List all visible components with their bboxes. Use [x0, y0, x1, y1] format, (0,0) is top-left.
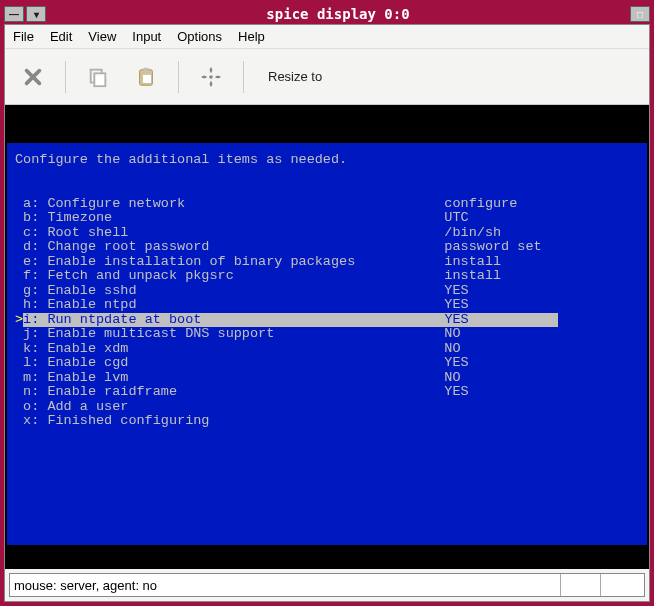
svg-rect-3	[143, 67, 149, 71]
menu-item[interactable]: x: Finished configuring	[15, 414, 639, 429]
titlebar[interactable]: — ▾ spice display 0:0 □	[4, 4, 650, 24]
toolbar: Resize to	[5, 49, 649, 105]
fit-button[interactable]	[191, 57, 231, 97]
selection-arrow-icon: >	[15, 313, 23, 328]
menu-item[interactable]: c: Root shell /bin/sh	[15, 226, 639, 241]
menu-item-selected[interactable]: >i: Run ntpdate at boot YES	[15, 313, 639, 328]
menu-item[interactable]: f: Fetch and unpack pkgsrc install	[15, 269, 639, 284]
minimize-button[interactable]: ▾	[26, 6, 46, 22]
menu-item[interactable]: m: Enable lvm NO	[15, 371, 639, 386]
menu-item[interactable]: a: Configure network configure	[15, 197, 639, 212]
menu-item[interactable]: h: Enable ntpd YES	[15, 298, 639, 313]
paste-button[interactable]	[126, 57, 166, 97]
svg-point-5	[209, 75, 213, 79]
status-text: mouse: server, agent: no	[14, 578, 560, 593]
sysmenu-button[interactable]: —	[4, 6, 24, 22]
menu-file[interactable]: File	[13, 29, 34, 44]
menu-item[interactable]: g: Enable sshd YES	[15, 284, 639, 299]
window-title: spice display 0:0	[48, 6, 628, 22]
toolbar-separator	[65, 61, 66, 93]
svg-rect-1	[94, 73, 105, 86]
paste-icon	[135, 66, 157, 88]
maximize-button[interactable]: □	[630, 6, 650, 22]
svg-rect-4	[142, 74, 151, 83]
display-area[interactable]: Configure the additional items as needed…	[5, 105, 649, 569]
menu-item[interactable]: e: Enable installation of binary package…	[15, 255, 639, 270]
menu-options[interactable]: Options	[177, 29, 222, 44]
copy-button[interactable]	[78, 57, 118, 97]
menu-item[interactable]: d: Change root password password set	[15, 240, 639, 255]
menu-item[interactable]: l: Enable cgd YES	[15, 356, 639, 371]
terminal[interactable]: Configure the additional items as needed…	[7, 143, 647, 545]
menu-item[interactable]: j: Enable multicast DNS support NO	[15, 327, 639, 342]
copy-icon	[87, 66, 109, 88]
menu-item[interactable]: n: Enable raidframe YES	[15, 385, 639, 400]
status-cell	[600, 574, 640, 596]
window-frame: — ▾ spice display 0:0 □ File Edit View I…	[0, 0, 654, 606]
fit-icon	[200, 66, 222, 88]
menu-view[interactable]: View	[88, 29, 116, 44]
menu-edit[interactable]: Edit	[50, 29, 72, 44]
app-chrome: File Edit View Input Options Help	[4, 24, 650, 602]
terminal-header: Configure the additional items as needed…	[15, 153, 639, 168]
menu-item[interactable]: k: Enable xdm NO	[15, 342, 639, 357]
menu-item[interactable]: b: Timezone UTC	[15, 211, 639, 226]
statusbar: mouse: server, agent: no	[9, 573, 645, 597]
close-icon	[22, 66, 44, 88]
resize-label: Resize to	[268, 69, 322, 84]
menu-input[interactable]: Input	[132, 29, 161, 44]
toolbar-separator	[178, 61, 179, 93]
menubar: File Edit View Input Options Help	[5, 25, 649, 49]
toolbar-separator	[243, 61, 244, 93]
menu-item[interactable]: o: Add a user	[15, 400, 639, 415]
close-button[interactable]	[13, 57, 53, 97]
status-cell	[560, 574, 600, 596]
menu-help[interactable]: Help	[238, 29, 265, 44]
